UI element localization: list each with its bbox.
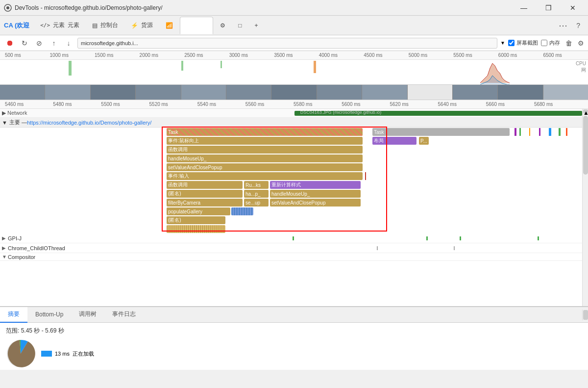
chrome-mini-bar-2: [454, 246, 455, 250]
p-bar[interactable]: P...: [419, 137, 429, 145]
handle-mouse-up-bar[interactable]: handleMouseUp_: [167, 155, 363, 162]
hap-bar[interactable]: ha...p_: [244, 190, 269, 198]
minimize-button[interactable]: —: [513, 0, 535, 16]
fc-mark-11: 5680 ms: [534, 102, 582, 107]
tab-device[interactable]: □: [232, 17, 247, 34]
tab-elements[interactable]: </> 元素 元素: [34, 17, 85, 34]
ruler-mark-9: 5000 ms: [409, 52, 454, 58]
toolbar-settings-icon[interactable]: ⚙: [578, 39, 584, 47]
url-dropdown-icon[interactable]: ▼: [500, 40, 505, 46]
set-value-bar[interactable]: setValueAndClosePopup: [167, 163, 363, 171]
reload-button[interactable]: ↻: [19, 37, 30, 49]
record-button[interactable]: ⏺: [4, 37, 16, 49]
task-small-3: [529, 128, 530, 136]
screenshot-checkbox-label[interactable]: 屏幕截图: [508, 39, 538, 47]
tab-network[interactable]: 📶: [160, 17, 179, 34]
ruler-mark-4: 2500 ms: [184, 52, 229, 58]
task-bar-hatched[interactable]: Task: [167, 128, 363, 136]
screenshot-thumb: [136, 85, 181, 100]
filter-camera-bar[interactable]: filterByCamera: [167, 199, 243, 207]
flamechart-body[interactable]: ▶ Network DSC04163.JPG (microsoftedge.gi…: [0, 109, 588, 306]
more-tabs-button[interactable]: ⋯: [555, 20, 571, 31]
task-small-2: [519, 128, 521, 136]
vertical-scrollbar[interactable]: ▲: [582, 109, 588, 306]
layout-bar[interactable]: 布局: [372, 137, 416, 145]
gpi-expand-icon: ▶: [2, 235, 8, 241]
tab-elements-label: 元素: [53, 21, 65, 29]
tab-performance[interactable]: ⏱ 性能: [180, 17, 213, 34]
delete-button[interactable]: 🗑: [563, 37, 575, 49]
ruks-bar[interactable]: Ru...ks: [244, 181, 269, 189]
window-controls: — ❒ ✕: [513, 0, 584, 16]
gpi-mini-bar-2: [426, 236, 428, 240]
close-button[interactable]: ✕: [562, 0, 584, 16]
handle-mouse-up-bar-2[interactable]: handleMouseUp_: [270, 190, 361, 198]
url-input[interactable]: [77, 38, 497, 49]
tab-gear[interactable]: ⚙: [214, 17, 231, 34]
gpi-thread-row[interactable]: ▶ GPI-J: [0, 233, 582, 243]
mouse-up-bar[interactable]: 事件:鼠标向上: [167, 137, 363, 145]
screenshot-checkbox[interactable]: [508, 40, 514, 46]
flame-row-5: 事件:输入: [0, 172, 582, 181]
input-event-bar[interactable]: 事件:输入: [167, 172, 363, 180]
func-call-bar[interactable]: 函数调用: [167, 146, 363, 154]
performance-toolbar: ⏺ ↻ ⊘ ↑ ↓ ▼ 屏幕截图 内存 🗑 ⚙: [0, 35, 588, 51]
chrome-thread-row[interactable]: ▶ Chrome_ChildIOThread: [0, 243, 582, 253]
recalc-style-bar[interactable]: 重新计算样式: [270, 181, 361, 189]
loading-color-swatch: [41, 351, 52, 357]
screenshot-thumb: [498, 85, 543, 100]
tab-summary[interactable]: 摘要: [0, 307, 27, 323]
anonymous-bar[interactable]: (匿名): [167, 190, 243, 198]
setup-bar[interactable]: se...up: [244, 199, 269, 207]
ruler-mark-8: 4500 ms: [364, 52, 409, 58]
memory-checkbox[interactable]: [541, 40, 547, 46]
tab-sources[interactable]: ⚡ 货源: [125, 17, 159, 34]
sources-icon: ⚡: [131, 22, 138, 29]
scroll-up-arrow[interactable]: ▲: [583, 109, 588, 113]
tab-add[interactable]: +: [248, 17, 264, 34]
bottom-scroll-thumb[interactable]: [583, 310, 588, 320]
scroll-thumb[interactable]: [583, 116, 588, 175]
anonymous-bar-2[interactable]: (匿名): [167, 216, 225, 224]
restore-button[interactable]: ❒: [537, 0, 560, 16]
chrome-thread-label: Chrome_ChildIOThread: [8, 245, 65, 251]
tab-event-log[interactable]: 事件日志: [104, 307, 144, 323]
screenshot-thumb: [226, 85, 271, 100]
compositor-row[interactable]: ▼ Compositor: [0, 253, 582, 261]
tab-call-tree[interactable]: 调用树: [71, 307, 104, 323]
task-bar-right[interactable]: Task: [372, 128, 510, 136]
timeline-tracks[interactable]: CPU 网: [0, 60, 588, 100]
collapse-icon[interactable]: ▼: [2, 120, 7, 126]
tab-call-tree-label: 调用树: [79, 310, 97, 318]
task-small-5: [549, 128, 551, 136]
clear-button[interactable]: ⊘: [33, 37, 45, 49]
screenshot-thumb: [271, 85, 317, 100]
titlebar: DevTools - microsoftedge.github.io/Demos…: [0, 0, 588, 16]
cpu-block: [314, 61, 316, 73]
populate-gallery-bar[interactable]: populateGallery: [167, 207, 230, 215]
window-title: DevTools - microsoftedge.github.io/Demos…: [15, 4, 513, 11]
flamechart-content[interactable]: ▶ Network DSC04163.JPG (microsoftedge.gi…: [0, 109, 582, 306]
screenshot-strip: [0, 84, 588, 100]
set-value-bar-2[interactable]: setValueAndClosePopup: [270, 199, 361, 207]
flame-chart-rows[interactable]: Task Task 事件:鼠标向上 布局: [0, 128, 582, 233]
brand-label[interactable]: CA (欢迎: [4, 21, 29, 30]
download-button[interactable]: ↓: [63, 37, 74, 49]
upload-button[interactable]: ↑: [48, 37, 60, 49]
help-button[interactable]: ?: [572, 22, 584, 29]
ruler-mark-0: 500 ms: [5, 52, 50, 58]
tab-bottom-up[interactable]: Bottom-Up: [27, 307, 71, 323]
ruler-mark-3: 2000 ms: [140, 52, 185, 58]
bottom-panel: 摘要 Bottom-Up 调用树 事件日志 范围: 5.45 秒 - 5.69 …: [0, 306, 588, 370]
memory-checkbox-label[interactable]: 内存: [541, 39, 560, 47]
timeline-overview[interactable]: 500 ms 1000 ms 1500 ms 2000 ms 2500 ms 3…: [0, 51, 588, 100]
main-thread-url[interactable]: https://microsoftedge.github.io/Demos/ph…: [27, 120, 151, 126]
tab-console[interactable]: ▤ 控制台: [86, 17, 124, 34]
flame-row-2: 函数调用: [0, 145, 582, 154]
loading-text: 正在加载: [73, 350, 94, 358]
func-call-bar-2[interactable]: 函数调用: [167, 181, 243, 189]
flamechart-container[interactable]: 5460 ms 5480 ms 5500 ms 5520 ms 5540 ms …: [0, 100, 588, 306]
devtools-icon: [4, 4, 12, 12]
network-label: ▶ Network: [0, 110, 29, 116]
fc-mark-7: 5600 ms: [342, 102, 390, 107]
